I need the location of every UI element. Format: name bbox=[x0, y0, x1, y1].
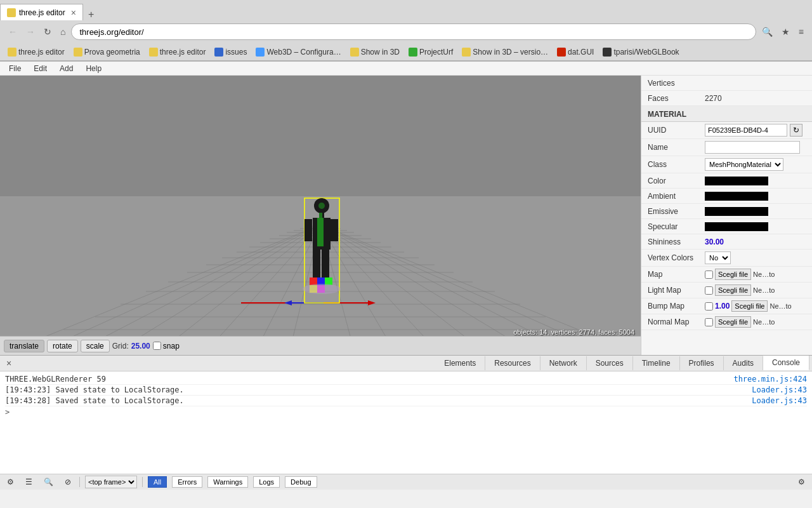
class-select[interactable]: MeshPhongMaterial bbox=[705, 158, 783, 171]
filter-all-btn[interactable]: All bbox=[148, 476, 167, 488]
emissive-swatch[interactable] bbox=[705, 207, 768, 216]
scale-tool-btn[interactable]: scale bbox=[81, 340, 110, 352]
bump-map-file-name: Ne…to bbox=[769, 302, 791, 310]
menu-file[interactable]: File bbox=[3, 63, 27, 74]
console-prompt[interactable]: > bbox=[5, 406, 807, 418]
tab-audits[interactable]: Audits bbox=[724, 356, 763, 370]
tab-profiles[interactable]: Profiles bbox=[680, 356, 724, 370]
map-file-name: Ne…to bbox=[753, 271, 775, 278]
devtools-block-icon[interactable]: ⊘ bbox=[62, 476, 74, 488]
specular-swatch[interactable] bbox=[705, 222, 768, 231]
frame-selector[interactable]: <top frame> bbox=[85, 476, 137, 488]
bookmark-7[interactable]: ProjectUrf bbox=[406, 46, 455, 58]
url-bar[interactable] bbox=[71, 23, 756, 40]
filter-debug-btn[interactable]: Debug bbox=[285, 476, 317, 488]
light-map-checkbox[interactable] bbox=[705, 286, 713, 295]
tab-timeline[interactable]: Timeline bbox=[633, 356, 680, 370]
ambient-swatch[interactable] bbox=[705, 192, 768, 201]
bookmark-5[interactable]: Web3D – Configura… bbox=[253, 46, 343, 58]
normal-map-file-btn[interactable]: Scegli file bbox=[715, 316, 751, 328]
bookmark-favicon bbox=[462, 48, 471, 57]
devtools-close-btn[interactable]: × bbox=[3, 358, 15, 368]
normal-map-file-row: Scegli file Ne…to bbox=[705, 316, 775, 328]
bookmark-9[interactable]: dat.GUI bbox=[554, 46, 596, 58]
ambient-label: Ambient bbox=[648, 192, 705, 201]
rotate-tool-btn[interactable]: rotate bbox=[47, 340, 78, 352]
bookmark-4[interactable]: issues bbox=[212, 46, 249, 58]
light-map-file-btn[interactable]: Scegli file bbox=[715, 284, 751, 296]
menu-help[interactable]: Help bbox=[79, 63, 108, 74]
uuid-input[interactable] bbox=[705, 124, 787, 137]
menu-add[interactable]: Add bbox=[53, 63, 79, 74]
bump-map-file-btn[interactable]: Scegli file bbox=[731, 300, 768, 312]
vertex-colors-select[interactable]: No bbox=[705, 251, 731, 264]
light-map-row: Light Map Scegli file Ne…to bbox=[641, 283, 812, 298]
bookmark-label: three.js editor bbox=[160, 48, 206, 57]
tab-network[interactable]: Network bbox=[540, 356, 587, 370]
faces-value: 2270 bbox=[705, 94, 806, 103]
devtools-settings-icon[interactable]: ⚙ bbox=[4, 476, 17, 488]
console-input[interactable] bbox=[13, 408, 807, 417]
bump-value: 1.00 bbox=[715, 302, 730, 311]
divider-2 bbox=[142, 477, 143, 487]
tab-favicon bbox=[7, 8, 16, 17]
tab-elements[interactable]: Elements bbox=[435, 356, 485, 370]
console-line-3-source[interactable]: Loader.js:43 bbox=[752, 396, 807, 405]
devtools-search-icon[interactable]: 🔍 bbox=[41, 476, 56, 488]
home-button[interactable]: ⌂ bbox=[57, 25, 69, 39]
color-swatch[interactable] bbox=[705, 177, 768, 185]
bookmark-star-icon[interactable]: ★ bbox=[778, 25, 793, 39]
devtools-list-icon[interactable]: ☰ bbox=[22, 476, 36, 488]
bookmark-6[interactable]: Show in 3D bbox=[348, 46, 402, 58]
forward-button[interactable]: → bbox=[23, 25, 38, 39]
console-line-1-source[interactable]: three.min.js:424 bbox=[733, 375, 807, 384]
bookmark-label: ProjectUrf bbox=[419, 48, 453, 57]
back-button[interactable]: ← bbox=[5, 25, 20, 39]
snap-checkbox-label[interactable]: snap bbox=[153, 342, 180, 351]
normal-map-checkbox[interactable] bbox=[705, 318, 713, 326]
search-icon[interactable]: 🔍 bbox=[759, 25, 776, 39]
name-input[interactable] bbox=[705, 141, 800, 154]
tab-close-btn[interactable]: × bbox=[71, 8, 76, 18]
console-line-1: THREE.WebGLRenderer 59 three.min.js:424 bbox=[5, 374, 807, 385]
bookmark-favicon bbox=[214, 48, 223, 57]
bookmark-1[interactable]: three.js editor bbox=[5, 46, 67, 58]
bookmark-3[interactable]: three.js editor bbox=[147, 46, 209, 58]
devtools-panel: × Elements Resources Network Sources Tim… bbox=[0, 355, 812, 490]
normal-map-row: Normal Map Scegli file Ne…to bbox=[641, 314, 812, 330]
viewport[interactable]: objects: 14, vertices: 2774, faces: 5004… bbox=[0, 76, 641, 355]
snap-checkbox[interactable] bbox=[153, 342, 161, 350]
console-line-3-text: [19:43:28] Saved state to LocalStorage. bbox=[5, 396, 184, 405]
uuid-container: ↻ bbox=[705, 124, 802, 137]
vertex-colors-label: Vertex Colors bbox=[648, 253, 705, 262]
new-tab-button[interactable]: + bbox=[83, 9, 99, 20]
tab-console[interactable]: Console bbox=[763, 356, 809, 370]
console-line-2-source[interactable]: Loader.js:43 bbox=[752, 385, 807, 394]
menu-edit[interactable]: Edit bbox=[27, 63, 53, 74]
translate-tool-btn[interactable]: translate bbox=[4, 340, 44, 352]
bookmark-10[interactable]: tparisi/WebGLBook bbox=[600, 46, 681, 58]
devtools-gear-icon[interactable]: ⚙ bbox=[795, 476, 808, 488]
class-label: Class bbox=[648, 160, 705, 169]
active-tab[interactable]: three.js editor × bbox=[0, 4, 83, 20]
devtools-tabs: × Elements Resources Network Sources Tim… bbox=[0, 356, 812, 371]
bookmark-label: issues bbox=[225, 48, 247, 57]
bookmark-8[interactable]: Show in 3D – versio… bbox=[459, 46, 551, 58]
filter-warnings-btn[interactable]: Warnings bbox=[207, 476, 248, 488]
filter-errors-btn[interactable]: Errors bbox=[172, 476, 202, 488]
normal-map-file-name: Ne…to bbox=[753, 318, 775, 326]
reload-button[interactable]: ↻ bbox=[41, 25, 55, 39]
tab-sources[interactable]: Sources bbox=[587, 356, 633, 370]
filter-logs-btn[interactable]: Logs bbox=[253, 476, 280, 488]
faces-row: Faces 2270 bbox=[641, 91, 812, 106]
bump-map-label: Bump Map bbox=[648, 302, 705, 311]
bookmark-label: Show in 3D bbox=[361, 48, 400, 57]
tab-resources[interactable]: Resources bbox=[485, 356, 540, 370]
bookmark-2[interactable]: Prova geometria bbox=[71, 46, 143, 58]
map-file-btn[interactable]: Scegli file bbox=[715, 269, 751, 280]
color-row: Color bbox=[641, 173, 812, 189]
uuid-refresh-btn[interactable]: ↻ bbox=[790, 124, 802, 137]
bump-map-checkbox[interactable] bbox=[705, 302, 713, 311]
menu-icon[interactable]: ≡ bbox=[796, 25, 807, 39]
map-checkbox[interactable] bbox=[705, 271, 713, 279]
